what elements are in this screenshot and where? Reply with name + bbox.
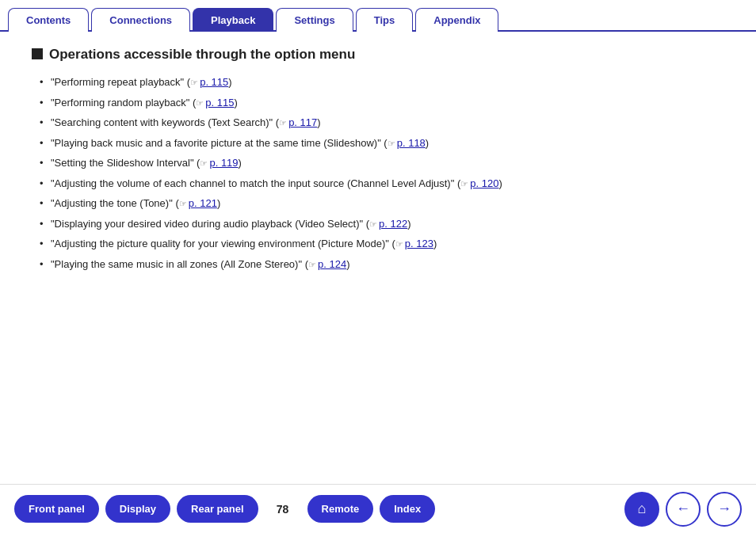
section-header: Operations accessible through the option… <box>32 46 724 63</box>
page-ref-icon-1: ☞ <box>196 97 204 110</box>
page-ref-icon-5: ☞ <box>460 177 468 191</box>
bottom-bar: Front panel Display Rear panel 78 Remote… <box>0 484 756 533</box>
bullet-item-1: "Performing random playback" (☞ p. 115) <box>40 95 724 111</box>
bullet-text-1: "Performing random playback" ( <box>51 97 196 109</box>
page-link-9[interactable]: p. 124 <box>318 258 346 270</box>
front-panel-button[interactable]: Front panel <box>14 495 99 523</box>
forward-icon: → <box>717 501 731 517</box>
page-link-2[interactable]: p. 117 <box>288 116 317 128</box>
bullet-text-9: "Playing the same music in all zones (Al… <box>51 258 308 270</box>
bullet-item-0: "Performing repeat playback" (☞ p. 115) <box>40 74 724 90</box>
bullet-suffix-2: ) <box>317 116 320 128</box>
section-title-text: Operations accessible through the option… <box>49 46 355 63</box>
bullet-item-2: "Searching content with keywords (Text S… <box>40 115 724 131</box>
bullet-suffix-7: ) <box>407 218 410 230</box>
rear-panel-button[interactable]: Rear panel <box>177 495 258 523</box>
page-ref-icon-0: ☞ <box>190 76 198 89</box>
page-ref-icon-7: ☞ <box>369 218 377 231</box>
bullet-text-5: "Adjusting the volume of each channel to… <box>51 177 460 189</box>
page-link-7[interactable]: p. 122 <box>379 218 407 230</box>
display-button[interactable]: Display <box>105 495 170 523</box>
page-ref-icon-2: ☞ <box>279 116 287 130</box>
page-ref-icon-4: ☞ <box>200 157 208 170</box>
page-link-3[interactable]: p. 118 <box>397 137 426 149</box>
home-button[interactable]: ⌂ <box>624 492 659 527</box>
bullet-suffix-0: ) <box>228 76 231 88</box>
page-ref-icon-3: ☞ <box>388 137 395 150</box>
nav-tab-playback[interactable]: Playback <box>193 8 273 32</box>
bullet-suffix-4: ) <box>239 157 242 169</box>
bullet-suffix-8: ) <box>433 238 437 249</box>
bullet-item-9: "Playing the same music in all zones (Al… <box>40 257 724 272</box>
section-title-icon <box>32 48 43 59</box>
home-icon: ⌂ <box>638 501 647 517</box>
forward-button[interactable]: → <box>707 492 742 527</box>
bullet-item-6: "Adjusting the tone (Tone)" (☞ p. 121) <box>40 196 724 211</box>
bullet-text-2: "Searching content with keywords (Text S… <box>51 116 279 128</box>
page-link-8[interactable]: p. 123 <box>405 238 433 249</box>
bullet-suffix-1: ) <box>235 97 238 109</box>
bullet-item-8: "Adjusting the picture quality for your … <box>40 236 724 252</box>
bullet-suffix-3: ) <box>426 137 429 149</box>
page-link-0[interactable]: p. 115 <box>200 76 228 88</box>
bullet-text-8: "Adjusting the picture quality for your … <box>51 238 395 249</box>
bullet-item-5: "Adjusting the volume of each channel to… <box>40 176 724 192</box>
bullet-list: "Performing repeat playback" (☞ p. 115)"… <box>32 74 724 272</box>
main-content: Operations accessible through the option… <box>0 32 756 284</box>
page-link-5[interactable]: p. 120 <box>470 177 498 189</box>
page-ref-icon-6: ☞ <box>179 197 187 211</box>
nav-tab-settings[interactable]: Settings <box>276 8 353 32</box>
bullet-text-4: "Setting the Slideshow Interval" ( <box>51 157 200 169</box>
nav-tab-tips[interactable]: Tips <box>356 8 414 32</box>
bullet-item-4: "Setting the Slideshow Interval" (☞ p. 1… <box>40 155 724 171</box>
bullet-text-6: "Adjusting the tone (Tone)" ( <box>51 197 179 209</box>
bullet-suffix-6: ) <box>217 197 220 209</box>
bullet-suffix-5: ) <box>498 177 502 189</box>
top-navigation: ContentsConnectionsPlaybackSettingsTipsA… <box>0 6 756 32</box>
back-button[interactable]: ← <box>666 492 701 527</box>
bullet-text-3: "Playing back music and a favorite pictu… <box>51 137 388 149</box>
back-icon: ← <box>676 501 690 517</box>
index-button[interactable]: Index <box>380 495 435 523</box>
remote-button[interactable]: Remote <box>307 495 374 523</box>
bullet-text-0: "Performing repeat playback" ( <box>51 76 190 88</box>
bullet-item-7: "Displaying your desired video during au… <box>40 216 724 232</box>
page-number: 78 <box>271 503 295 516</box>
bullet-text-7: "Displaying your desired video during au… <box>51 218 369 230</box>
nav-tab-connections[interactable]: Connections <box>91 8 190 32</box>
bullet-item-3: "Playing back music and a favorite pictu… <box>40 135 724 151</box>
bullet-suffix-9: ) <box>346 258 349 270</box>
page-ref-icon-9: ☞ <box>308 258 316 272</box>
page-link-4[interactable]: p. 119 <box>209 157 238 169</box>
page-link-6[interactable]: p. 121 <box>189 197 217 209</box>
page-link-1[interactable]: p. 115 <box>205 97 234 109</box>
nav-tab-contents[interactable]: Contents <box>8 8 89 32</box>
page-ref-icon-8: ☞ <box>395 238 403 251</box>
nav-tab-appendix[interactable]: Appendix <box>415 8 498 32</box>
